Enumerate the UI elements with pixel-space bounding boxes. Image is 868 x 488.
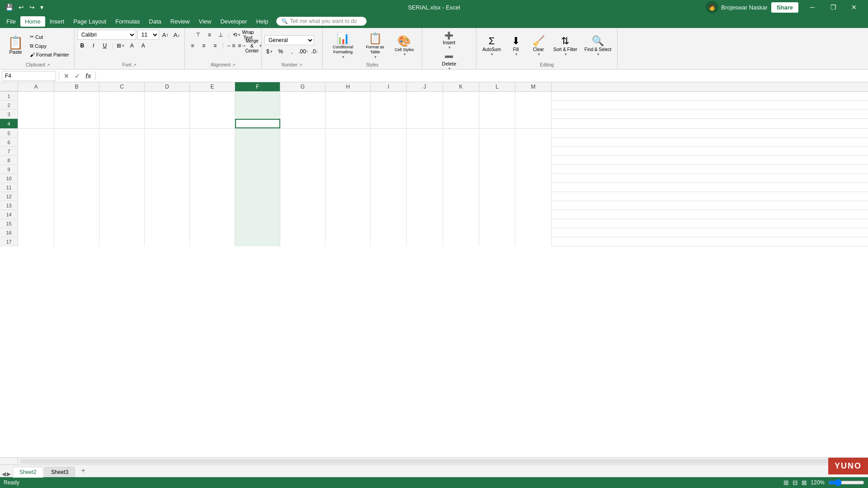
col-header-K[interactable]: K [443, 82, 479, 91]
align-middle-button[interactable]: ≡ [204, 30, 214, 40]
fill-color-button[interactable]: A [127, 41, 137, 51]
row-number-5[interactable]: 5 [0, 129, 18, 137]
cell-I3[interactable] [371, 110, 407, 119]
row-number-3[interactable]: 3 [0, 110, 18, 118]
cell-D1[interactable] [145, 92, 190, 101]
cell-J4[interactable] [407, 119, 443, 128]
row-number-10[interactable]: 10 [0, 174, 18, 183]
clear-button[interactable]: 🧹 Clear ▾ [528, 33, 549, 59]
align-bottom-button[interactable]: ⊥ [216, 30, 226, 40]
name-box[interactable] [2, 71, 56, 81]
col-header-L[interactable]: L [479, 82, 515, 91]
cell-C2[interactable] [99, 101, 145, 110]
font-family-select[interactable]: Calibri [77, 30, 136, 40]
cell-K5[interactable] [443, 129, 479, 138]
row-number-9[interactable]: 9 [0, 165, 18, 174]
cell-E4[interactable] [190, 119, 235, 128]
cell-L3[interactable] [479, 110, 515, 119]
cell-G1[interactable] [280, 92, 326, 101]
cell-G2[interactable] [280, 101, 326, 110]
cell-E3[interactable] [190, 110, 235, 119]
cell-M4[interactable] [515, 119, 552, 128]
cell-C1[interactable] [99, 92, 145, 101]
cell-G4[interactable] [280, 119, 326, 128]
cell-L1[interactable] [479, 92, 515, 101]
cell-F5[interactable] [235, 129, 280, 138]
cell-H3[interactable] [326, 110, 371, 119]
conditional-formatting-button[interactable]: 📊 Conditional Formatting ▾ [327, 30, 359, 61]
cell-F1[interactable] [235, 92, 280, 101]
menu-help[interactable]: Help [252, 16, 273, 27]
row-number-12[interactable]: 12 [0, 192, 18, 201]
cell-A4[interactable] [18, 119, 54, 128]
cell-C4[interactable] [99, 119, 145, 128]
menu-file[interactable]: File [2, 16, 20, 27]
save-button[interactable]: 💾 [4, 3, 15, 12]
cell-D3[interactable] [145, 110, 190, 119]
comma-button[interactable]: , [287, 47, 297, 56]
cell-A2[interactable] [18, 101, 54, 110]
row-number-4[interactable]: 4 [0, 119, 18, 128]
cell-B3[interactable] [54, 110, 99, 119]
cell-A5[interactable] [18, 129, 54, 138]
insert-function-button[interactable]: fx [84, 72, 93, 80]
row-number-15[interactable]: 15 [0, 219, 18, 228]
accounting-button[interactable]: $▾ [264, 47, 274, 56]
cell-J1[interactable] [407, 92, 443, 101]
row-number-17[interactable]: 17 [0, 237, 18, 246]
restore-button[interactable]: ❐ [823, 0, 844, 14]
increase-decimal-button[interactable]: .00↑ [298, 47, 308, 56]
share-button[interactable]: Share [771, 2, 798, 13]
row-number-6[interactable]: 6 [0, 138, 18, 146]
cell-I4[interactable] [371, 119, 407, 128]
cell-B2[interactable] [54, 101, 99, 110]
undo-button[interactable]: ↩ [17, 3, 26, 12]
decrease-indent-button[interactable]: ←≡ [226, 41, 236, 51]
cell-M5[interactable] [515, 129, 552, 138]
col-header-C[interactable]: C [99, 82, 145, 91]
col-header-M[interactable]: M [515, 82, 552, 91]
col-header-H[interactable]: H [326, 82, 371, 91]
row-number-8[interactable]: 8 [0, 156, 18, 164]
page-layout-view-button[interactable]: ⊟ [793, 479, 798, 486]
redo-button[interactable]: ↪ [28, 3, 37, 12]
formula-input[interactable] [99, 71, 866, 81]
cell-G5[interactable] [280, 129, 326, 138]
cell-C5[interactable] [99, 129, 145, 138]
cell-J3[interactable] [407, 110, 443, 119]
cell-I2[interactable] [371, 101, 407, 110]
cell-I5[interactable] [371, 129, 407, 138]
align-top-button[interactable]: ⊤ [193, 30, 203, 40]
cell-K1[interactable] [443, 92, 479, 101]
customize-quick-access-button[interactable]: ▾ [38, 3, 45, 12]
cell-E1[interactable] [190, 92, 235, 101]
row-number-2[interactable]: 2 [0, 101, 18, 109]
col-header-A[interactable]: A [18, 82, 54, 91]
decrease-decimal-button[interactable]: .0↓ [310, 47, 320, 56]
sort-filter-button[interactable]: ⇅ Sort & Filter ▾ [550, 33, 580, 59]
insert-cell-button[interactable]: ➕ Insert ▾ [439, 30, 459, 51]
cell-F3[interactable] [235, 110, 280, 119]
orientation-button[interactable]: ⟲▾ [231, 30, 241, 40]
autosum-button[interactable]: Σ AutoSum ▾ [479, 33, 504, 59]
cell-K4[interactable] [443, 119, 479, 128]
align-left-button[interactable]: ≡ [188, 41, 198, 51]
sheet-tab-sheet2[interactable]: Sheet2 [13, 467, 43, 478]
cell-M1[interactable] [515, 92, 552, 101]
align-right-button[interactable]: ≡ [210, 41, 220, 51]
cell-L5[interactable] [479, 129, 515, 138]
cell-K3[interactable] [443, 110, 479, 119]
delete-cell-button[interactable]: ➖ Delete ▾ [439, 51, 459, 70]
number-format-select[interactable]: General [264, 35, 314, 45]
menu-review[interactable]: Review [166, 16, 194, 27]
row-number-16[interactable]: 16 [0, 228, 18, 237]
menu-insert[interactable]: Insert [45, 16, 69, 27]
grid-scroll-container[interactable]: 1 2 [0, 92, 868, 457]
font-size-select[interactable]: 11 [137, 30, 159, 40]
menu-formulas[interactable]: Formulas [111, 16, 144, 27]
cell-H1[interactable] [326, 92, 371, 101]
normal-view-button[interactable]: ⊞ [783, 479, 789, 486]
find-select-button[interactable]: 🔍 Find & Select ▾ [581, 33, 614, 59]
close-button[interactable]: ✕ [844, 0, 864, 14]
font-color-button[interactable]: A [138, 41, 148, 51]
